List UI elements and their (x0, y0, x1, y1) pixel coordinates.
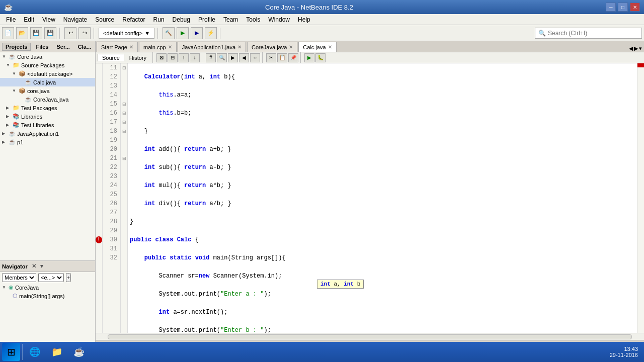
tab-scroll-right[interactable]: ▶ (634, 45, 638, 52)
toggle-breakpoints-btn[interactable]: ⊟ (168, 53, 178, 62)
tree-item-libraries[interactable]: ▶ 📚 Libraries (0, 112, 95, 121)
tab-maincpp[interactable]: main.cpp ✕ (139, 42, 177, 52)
copy-btn[interactable]: 📋 (277, 53, 287, 62)
history-tab[interactable]: History (125, 54, 150, 61)
save-all-btn[interactable]: 💾 (44, 27, 56, 39)
tree-item-test-packages[interactable]: ▶ 📁 Test Packages (0, 104, 95, 112)
menu-view[interactable]: View (38, 15, 59, 24)
new-btn[interactable]: 📄 (2, 27, 14, 39)
menu-help[interactable]: Help (294, 15, 314, 24)
menu-run[interactable]: Run (149, 15, 169, 24)
find-btn[interactable]: 🔍 (217, 53, 227, 62)
scope-select[interactable]: <e...> (38, 273, 64, 282)
undo-btn[interactable]: ↩ (64, 27, 76, 39)
cut-btn[interactable]: ✂ (266, 53, 276, 62)
start-button[interactable]: ⊞ (2, 343, 20, 361)
save-btn[interactable]: 💾 (30, 27, 42, 39)
fold-btn-18[interactable]: ⊟ (121, 127, 127, 136)
menu-debug[interactable]: Debug (169, 15, 194, 24)
prev-bookmark-btn[interactable]: ↑ (179, 53, 189, 62)
profile-btn[interactable]: ⚡ (205, 27, 217, 39)
tree-item-javaapp1[interactable]: ▶ ☕ JavaApplication1 (0, 129, 95, 138)
ln-26: 26 (106, 199, 117, 208)
tab-scroll-left[interactable]: ◀ (629, 45, 633, 52)
tree-item-corejava-pkg[interactable]: ▼ 📦 core.java (0, 86, 95, 95)
error-indicator-top (637, 63, 644, 67)
menu-source[interactable]: Source (91, 15, 118, 24)
nav-tree-corejava[interactable]: ▼ ◉ CoreJava (0, 283, 95, 292)
menu-navigate[interactable]: Navigate (59, 15, 91, 24)
debug-line-btn[interactable]: 🐛 (315, 53, 326, 62)
replace-btn[interactable]: ↔ (250, 53, 260, 62)
fold-btn-17[interactable]: ⊟ (121, 118, 127, 127)
tab-list-btn[interactable]: ▾ (639, 45, 642, 52)
tree-item-source-packages[interactable]: ▼ 📁 Source Packages (0, 61, 95, 69)
nav-expand-btn[interactable]: + (66, 273, 71, 282)
search-input[interactable] (548, 30, 638, 37)
classes-tab[interactable]: Cla... (75, 43, 94, 50)
tab-maincpp-close[interactable]: ✕ (168, 44, 172, 50)
debug-btn[interactable]: ▶ (191, 27, 203, 39)
tab-calcjava-close[interactable]: ✕ (328, 44, 332, 50)
tree-item-p1[interactable]: ▶ ☕ p1 (0, 138, 95, 146)
next-bookmark-btn[interactable]: ↓ (190, 53, 200, 62)
members-filter-select[interactable]: Members (2, 273, 36, 282)
menu-tools[interactable]: Tools (242, 15, 264, 24)
open-btn[interactable]: 📂 (16, 27, 28, 39)
ln-16: 16 (106, 109, 117, 118)
nav-tree-main[interactable]: ⬡ main(String[] args) (0, 292, 95, 300)
taskbar-ie[interactable]: 🌐 (25, 343, 45, 361)
projects-tab[interactable]: Projects (2, 43, 31, 51)
tab-javaapp1-close[interactable]: ✕ (237, 44, 242, 50)
fold-btn-16[interactable]: ⊟ (121, 109, 127, 118)
close-button[interactable]: ✕ (630, 3, 640, 12)
taskbar-netbeans[interactable]: ☕ (69, 343, 89, 361)
paste-btn[interactable]: 📌 (288, 53, 298, 62)
build-btn[interactable]: 🔨 (163, 27, 175, 39)
fold-btn-15[interactable]: ⊟ (121, 100, 127, 109)
toggle-linenum-btn[interactable]: # (206, 53, 216, 62)
gutter-32 (96, 253, 102, 262)
menu-refactor[interactable]: Refactor (118, 15, 149, 24)
menu-window[interactable]: Window (264, 15, 294, 24)
hscroll-thumb[interactable] (108, 334, 632, 339)
tab-startpage[interactable]: Start Page ✕ (97, 42, 138, 52)
tree-item-corejava-java[interactable]: ☕ CoreJava.java (0, 95, 95, 104)
menu-profile[interactable]: Profile (194, 15, 219, 24)
toggle-bookmarks-btn[interactable]: ⊠ (156, 53, 167, 62)
menu-file[interactable]: File (2, 15, 20, 24)
ln-32: 32 (106, 253, 117, 262)
redo-btn[interactable]: ↪ (78, 27, 91, 39)
ln-31: 31 (106, 244, 117, 253)
tab-corejava-close[interactable]: ✕ (289, 44, 293, 50)
taskbar-explorer[interactable]: 📁 (47, 343, 67, 361)
find-prev-btn[interactable]: ◀ (239, 53, 249, 62)
tree-item-test-libraries[interactable]: ▶ 📚 Test Libraries (0, 121, 95, 129)
services-tab[interactable]: Ser... (54, 43, 73, 50)
find-next-btn[interactable]: ▶ (228, 53, 238, 62)
source-tab[interactable]: Source (98, 54, 124, 61)
tab-startpage-close[interactable]: ✕ (129, 44, 133, 50)
menu-edit[interactable]: Edit (20, 15, 38, 24)
tab-javaapp1[interactable]: JavaApplication1.java ✕ (178, 42, 246, 52)
horizontal-scrollbar[interactable] (96, 333, 644, 340)
minimize-button[interactable]: ─ (606, 3, 616, 12)
navigator-extra-btn[interactable]: ▾ (40, 263, 43, 269)
ln-18: 18 (106, 127, 117, 136)
tree-item-default-pkg[interactable]: ▼ 📦 <default package> (0, 69, 95, 78)
maximize-button[interactable]: □ (618, 3, 628, 12)
search-box[interactable]: 🔍 (535, 28, 642, 39)
tree-item-calc-java[interactable]: ☕ Calc.java (0, 78, 95, 86)
tree-item-corejava[interactable]: ▼ ☕ Core Java (0, 52, 95, 61)
tab-calcjava[interactable]: Calc.java ✕ (298, 42, 336, 52)
run-btn[interactable]: ▶ (177, 27, 189, 39)
files-tab[interactable]: Files (33, 43, 51, 50)
code-area[interactable]: Calculator(int a, int b){ this.a=a; this… (128, 63, 637, 333)
config-dropdown[interactable]: <default config> ▼ (99, 28, 154, 39)
navigator-close-btn[interactable]: ✕ (32, 263, 36, 269)
menu-team[interactable]: Team (219, 15, 242, 24)
run-line-btn[interactable]: ▶ (304, 53, 314, 62)
fold-btn-21[interactable]: ⊟ (121, 154, 127, 163)
tab-corejava[interactable]: CoreJava.java ✕ (247, 42, 297, 52)
fold-btn-11[interactable]: ⊟ (121, 63, 127, 72)
